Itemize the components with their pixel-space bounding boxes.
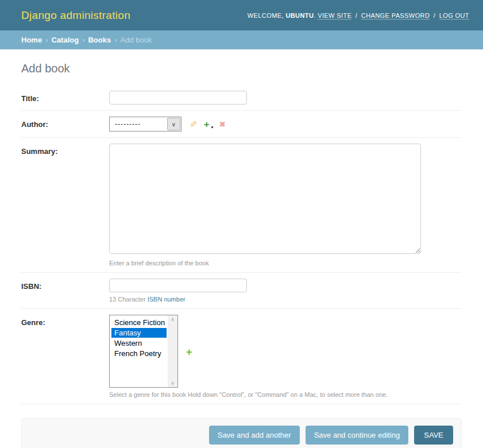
summary-label: Summary:: [21, 144, 109, 156]
breadcrumb-catalog[interactable]: Catalog: [51, 36, 79, 44]
author-selected-option: ---------: [110, 117, 167, 131]
form-row-summary: Summary: Enter a brief description of th…: [21, 138, 462, 273]
genre-option[interactable]: French Poetry: [111, 349, 167, 358]
save-and-continue-editing-button[interactable]: Save and continue editing: [306, 426, 409, 445]
summary-help-text: Enter a brief description of the book: [109, 260, 462, 267]
page-title: Add book: [21, 62, 462, 75]
isbn-input[interactable]: [109, 279, 247, 292]
isbn-help-text: 13 Character ISBN number: [109, 296, 462, 303]
breadcrumb-separator: ›: [114, 36, 117, 44]
breadcrumb-current: Add book: [121, 36, 152, 44]
summary-textarea[interactable]: [109, 144, 421, 254]
genre-options: Science Fiction Fantasy Western French P…: [110, 315, 168, 387]
genre-option[interactable]: Science Fiction: [111, 318, 167, 327]
scroll-down-icon[interactable]: ∨: [171, 380, 175, 386]
chevron-down-icon[interactable]: ∨: [167, 118, 180, 130]
isbn-label: ISBN:: [21, 279, 109, 291]
isbn-help-prefix: 13 Character: [109, 296, 148, 303]
username: UBUNTU: [285, 12, 314, 19]
form-row-isbn: ISBN: 13 Character ISBN number: [21, 273, 462, 309]
content: Add book Title: Author: --------- ∨ ✎ + …: [0, 62, 483, 448]
form-row-genre: Genre: Science Fiction Fantasy Western F…: [21, 309, 462, 404]
breadcrumb-separator: ›: [45, 36, 48, 44]
dot-artifact: [211, 126, 213, 128]
add-author-icon[interactable]: +: [204, 119, 210, 129]
welcome-suffix: .: [314, 12, 315, 19]
header: Django administration WELCOME, UBUNTU. V…: [0, 0, 483, 30]
edit-author-icon[interactable]: ✎: [190, 119, 197, 130]
form-row-title: Title:: [21, 84, 462, 111]
save-and-add-another-button[interactable]: Save and add another: [209, 426, 300, 445]
submit-row: Save and add another Save and continue e…: [21, 418, 462, 448]
breadcrumb-home[interactable]: Home: [21, 36, 42, 44]
title-label: Title:: [21, 91, 109, 103]
site-branding[interactable]: Django administration: [21, 9, 130, 22]
title-input[interactable]: [109, 91, 247, 105]
user-tools: WELCOME, UBUNTU. VIEW SITE / CHANGE PASS…: [248, 12, 469, 19]
add-genre-icon[interactable]: +: [186, 347, 192, 357]
link-separator: /: [434, 12, 435, 19]
genre-listbox[interactable]: Science Fiction Fantasy Western French P…: [109, 315, 178, 388]
genre-option[interactable]: Western: [111, 338, 167, 348]
save-button[interactable]: SAVE: [414, 426, 453, 445]
isbn-number-link[interactable]: ISBN number: [148, 296, 186, 303]
scroll-up-icon[interactable]: ∧: [171, 316, 175, 322]
change-password-link[interactable]: CHANGE PASSWORD: [361, 12, 430, 20]
welcome-text: WELCOME,: [248, 12, 284, 19]
link-separator: /: [356, 12, 357, 19]
breadcrumb-books[interactable]: Books: [88, 36, 111, 44]
genre-label: Genre:: [21, 315, 109, 327]
breadcrumb-separator: ›: [82, 36, 84, 44]
author-label: Author:: [21, 117, 109, 129]
delete-author-icon[interactable]: ✖: [219, 120, 226, 129]
genre-help-text: Select a genre for this book Hold down "…: [109, 391, 462, 398]
author-select[interactable]: --------- ∨: [109, 117, 181, 132]
view-site-link[interactable]: VIEW SITE: [318, 12, 351, 20]
log-out-link[interactable]: LOG OUT: [439, 12, 469, 20]
breadcrumb: Home › Catalog › Books › Add book: [0, 30, 483, 49]
genre-scrollbar[interactable]: ∧ ∨: [168, 315, 177, 387]
genre-option[interactable]: Fantasy: [111, 328, 167, 338]
form-row-author: Author: --------- ∨ ✎ + ✖: [21, 111, 462, 138]
